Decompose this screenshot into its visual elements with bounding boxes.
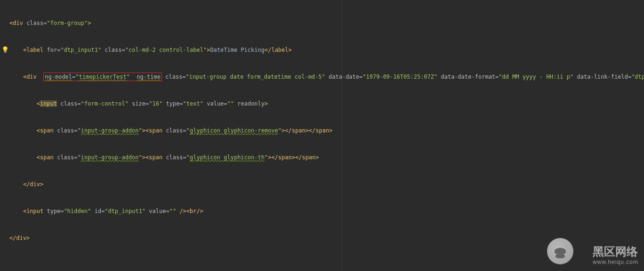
code-line[interactable]: <div class="<div class="form-group">form… xyxy=(1,19,644,28)
code-editor[interactable]: <div class="<div class="form-group">form… xyxy=(0,0,644,271)
code-line[interactable] xyxy=(1,261,644,270)
code-line[interactable]: </div> xyxy=(1,234,644,243)
lightbulb-icon[interactable]: 💡 xyxy=(2,46,8,53)
highlighted-attribute: ng-model="timepickerTest" ng-time xyxy=(43,73,162,81)
code-line[interactable]: <input class="form-control" size="16" ty… xyxy=(1,99,644,108)
editor-column-ruler xyxy=(342,0,342,271)
code-line[interactable]: <span class="input-group-addon"><span cl… xyxy=(1,153,644,162)
watermark-text: 黑区网络 www.heiqu.com xyxy=(593,245,638,265)
code-line[interactable]: <div ng-model="timepickerTest" ng-time c… xyxy=(1,73,644,82)
watermark-logo-icon xyxy=(547,238,573,264)
code-line[interactable]: 💡 <label for="dtp_input1" class="col-md-… xyxy=(1,46,644,55)
code-line[interactable]: <span class="input-group-addon"><span cl… xyxy=(1,126,644,135)
code-line[interactable]: </div> xyxy=(1,180,644,189)
code-line[interactable]: <input type="hidden" id="dtp_input1" val… xyxy=(1,207,644,216)
